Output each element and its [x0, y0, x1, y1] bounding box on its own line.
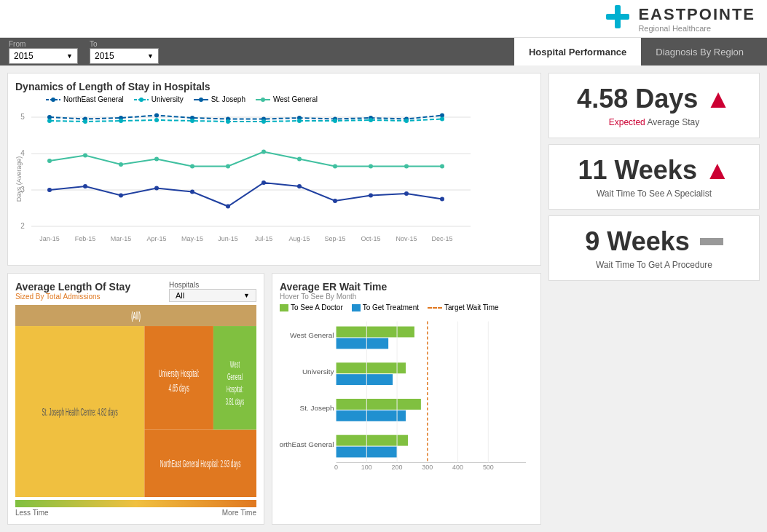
- logo-text: EASTPOINTE Regional Healthcare: [638, 5, 755, 33]
- hospitals-filter-label: Hospitals: [169, 281, 199, 289]
- to-value: 2015: [95, 51, 114, 61]
- er-legend-target: Target Wait Time: [428, 303, 499, 311]
- hospitals-filter-select[interactable]: All ▼: [169, 289, 256, 302]
- er-legend-treatment: To Get Treatment: [352, 303, 419, 311]
- svg-point-53: [404, 119, 409, 123]
- to-arrow-icon: ▼: [147, 52, 154, 60]
- svg-text:Days (Average): Days (Average): [15, 156, 23, 202]
- header: EASTPOINTE Regional Healthcare: [0, 0, 767, 38]
- legend-west-general: West General: [256, 95, 318, 103]
- svg-point-51: [333, 119, 337, 123]
- from-select[interactable]: 2015 ▼: [9, 48, 78, 64]
- svg-text:Mar-15: Mar-15: [111, 235, 132, 242]
- nav-tabs: Hospital Performance Diagnosis By Region: [514, 38, 758, 65]
- svg-point-62: [297, 157, 302, 162]
- svg-point-56: [83, 154, 87, 158]
- tab-diagnosis-by-region[interactable]: Diagnosis By Region: [641, 38, 758, 65]
- svg-point-73: [261, 180, 266, 185]
- svg-text:(All): (All): [131, 310, 141, 321]
- svg-point-72: [226, 205, 230, 209]
- svg-point-77: [404, 191, 409, 196]
- svg-point-44: [83, 119, 87, 124]
- svg-point-34: [154, 114, 159, 118]
- legend-st-joseph: St. Joseph: [194, 95, 245, 103]
- svg-point-50: [297, 119, 302, 123]
- svg-point-3: [51, 98, 55, 102]
- svg-point-63: [333, 164, 337, 169]
- logo-cross-icon: [605, 4, 631, 33]
- svg-text:NorthEast General: NorthEast General: [280, 440, 334, 448]
- svg-point-58: [154, 157, 159, 162]
- svg-text:West General: West General: [290, 331, 334, 339]
- treemap-box: Average Length Of Stay Sized By Total Ad…: [7, 273, 264, 525]
- logo-area: EASTPOINTE Regional Healthcare: [605, 4, 755, 33]
- svg-text:University: University: [302, 368, 334, 376]
- svg-point-55: [47, 159, 52, 163]
- svg-text:Dec-15: Dec-15: [431, 235, 452, 242]
- svg-text:West: West: [230, 359, 240, 369]
- svg-point-65: [404, 164, 409, 169]
- stat-value-wait-specialist: 11 Weeks ▲: [578, 155, 730, 186]
- er-chart-box: Average ER Wait Time Hover To See By Mon…: [272, 273, 541, 525]
- svg-text:2: 2: [20, 222, 25, 230]
- arrow-up-icon-specialist: ▲: [704, 157, 731, 183]
- gradient-bar: [15, 500, 256, 507]
- svg-text:Oct-15: Oct-15: [361, 235, 380, 242]
- stat-label-wait-procedure: Wait Time To Get A Procedure: [596, 260, 712, 270]
- svg-text:200: 200: [392, 464, 403, 470]
- svg-text:5: 5: [20, 113, 25, 121]
- svg-point-75: [333, 199, 337, 203]
- line-chart-box: Dynamics of Length of Stay in Hospitals …: [7, 73, 541, 266]
- svg-text:500: 500: [483, 464, 494, 470]
- svg-text:100: 100: [361, 464, 372, 470]
- logo-name: EASTPOINTE: [638, 5, 755, 24]
- er-legend: To See A Doctor To Get Treatment Target …: [280, 303, 533, 311]
- svg-point-9: [261, 98, 265, 102]
- svg-text:300: 300: [422, 464, 433, 470]
- svg-point-48: [226, 119, 230, 124]
- tab-hospital-performance[interactable]: Hospital Performance: [514, 38, 641, 65]
- svg-text:NorthEast General Hospital: 2.: NorthEast General Hospital: 2.93 days: [160, 458, 241, 469]
- treemap-container: (All) St. Joseph Health Centre: 4.82 day…: [15, 305, 256, 497]
- svg-point-61: [261, 150, 266, 154]
- svg-text:Hospital:: Hospital:: [227, 384, 243, 394]
- svg-point-52: [369, 118, 373, 122]
- svg-text:St. Joseph: St. Joseph: [300, 404, 334, 412]
- stat-label-wait-specialist: Wait Time To See A Specialist: [597, 188, 712, 199]
- svg-point-70: [154, 186, 159, 191]
- svg-rect-100: [337, 374, 393, 385]
- legend-northeast: NorthEast General: [46, 95, 124, 103]
- svg-rect-97: [337, 327, 414, 338]
- to-label: To: [90, 40, 159, 48]
- svg-rect-1: [606, 14, 629, 20]
- to-filter-group: To 2015 ▼: [90, 40, 159, 64]
- svg-rect-102: [337, 410, 406, 421]
- right-panel: 4.58 Days ▲ Expected Average Stay 11 Wee…: [548, 73, 760, 525]
- svg-text:Nov-15: Nov-15: [396, 235, 417, 242]
- svg-text:400: 400: [452, 464, 463, 470]
- svg-point-60: [226, 164, 230, 169]
- stat-card-wait-procedure: 9 Weeks Wait Time To Get A Procedure: [548, 215, 760, 281]
- svg-point-71: [190, 190, 194, 194]
- svg-point-7: [199, 98, 203, 102]
- svg-point-57: [119, 162, 123, 167]
- legend-university: University: [134, 95, 184, 103]
- svg-rect-98: [337, 338, 389, 349]
- from-label: From: [9, 40, 78, 48]
- treemap-title: Average Length Of Stay: [15, 281, 130, 293]
- svg-point-46: [154, 118, 159, 122]
- svg-point-5: [139, 98, 143, 102]
- navbar: From 2015 ▼ To 2015 ▼ Hospital Performan…: [0, 38, 767, 65]
- svg-text:St. Joseph Health Centre: 4.82: St. Joseph Health Centre: 4.82 days: [42, 406, 119, 417]
- svg-text:3.81 days: 3.81 days: [226, 397, 245, 407]
- to-select[interactable]: 2015 ▼: [90, 48, 159, 64]
- er-chart-subtitle: Hover To See By Month: [280, 293, 533, 301]
- svg-point-45: [119, 119, 123, 123]
- left-panel: Dynamics of Length of Stay in Hospitals …: [7, 73, 541, 525]
- line-chart-title: Dynamics of Length of Stay in Hospitals: [15, 81, 533, 92]
- line-chart-legend: NorthEast General University St. Joseph …: [15, 95, 533, 103]
- svg-text:May-15: May-15: [181, 235, 203, 242]
- svg-text:Feb-15: Feb-15: [75, 235, 96, 242]
- svg-point-43: [47, 119, 52, 123]
- bottom-row: Average Length Of Stay Sized By Total Ad…: [7, 273, 541, 525]
